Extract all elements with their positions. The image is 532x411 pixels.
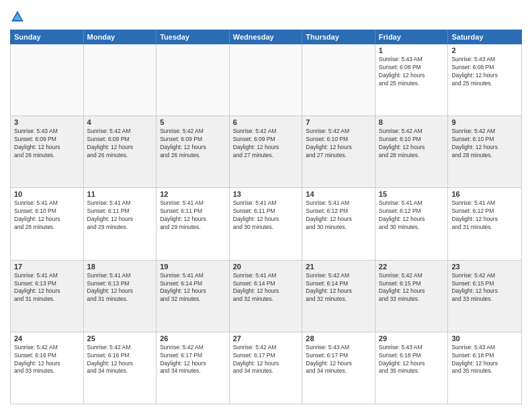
- page: SundayMondayTuesdayWednesdayThursdayFrid…: [0, 0, 532, 411]
- day-number: 5: [160, 118, 226, 126]
- cal-cell: 2Sunrise: 5:43 AM Sunset: 6:08 PM Daylig…: [448, 44, 521, 116]
- cell-info: Sunrise: 5:43 AM Sunset: 6:17 PM Dayligh…: [306, 344, 371, 376]
- header-day-thursday: Thursday: [302, 30, 375, 44]
- day-number: 3: [14, 118, 80, 126]
- cell-info: Sunrise: 5:41 AM Sunset: 6:10 PM Dayligh…: [14, 199, 80, 232]
- cell-info: Sunrise: 5:43 AM Sunset: 6:18 PM Dayligh…: [451, 344, 518, 376]
- cal-cell: 19Sunrise: 5:41 AM Sunset: 6:14 PM Dayli…: [157, 261, 230, 332]
- day-number: 16: [451, 190, 518, 198]
- cell-info: Sunrise: 5:42 AM Sunset: 6:15 PM Dayligh…: [451, 272, 518, 304]
- cal-cell: 22Sunrise: 5:42 AM Sunset: 6:15 PM Dayli…: [375, 261, 449, 332]
- day-number: 27: [233, 334, 299, 342]
- cal-cell: 13Sunrise: 5:41 AM Sunset: 6:11 PM Dayli…: [230, 188, 303, 259]
- cell-info: Sunrise: 5:42 AM Sunset: 6:10 PM Dayligh…: [306, 128, 371, 160]
- cell-info: Sunrise: 5:42 AM Sunset: 6:17 PM Dayligh…: [160, 344, 226, 376]
- day-number: 21: [306, 263, 371, 271]
- logo: [10, 9, 28, 24]
- cell-info: Sunrise: 5:42 AM Sunset: 6:10 PM Dayligh…: [379, 128, 445, 160]
- header-day-wednesday: Wednesday: [230, 30, 303, 44]
- cal-cell: 5Sunrise: 5:42 AM Sunset: 6:09 PM Daylig…: [157, 116, 230, 187]
- day-number: 28: [306, 334, 371, 342]
- cell-info: Sunrise: 5:41 AM Sunset: 6:11 PM Dayligh…: [233, 199, 299, 232]
- header-day-sunday: Sunday: [11, 30, 84, 44]
- day-number: 9: [451, 118, 518, 126]
- cell-info: Sunrise: 5:41 AM Sunset: 6:12 PM Dayligh…: [306, 199, 371, 232]
- cal-cell: 11Sunrise: 5:41 AM Sunset: 6:11 PM Dayli…: [84, 188, 157, 259]
- day-number: 6: [233, 118, 299, 126]
- day-number: 10: [14, 190, 80, 198]
- day-number: 13: [233, 190, 299, 198]
- day-number: 20: [233, 263, 299, 271]
- cal-cell: [84, 44, 157, 116]
- day-number: 18: [87, 263, 153, 271]
- cal-cell: 10Sunrise: 5:41 AM Sunset: 6:10 PM Dayli…: [11, 188, 84, 259]
- week-row-3: 17Sunrise: 5:41 AM Sunset: 6:13 PM Dayli…: [11, 261, 521, 332]
- cal-cell: 17Sunrise: 5:41 AM Sunset: 6:13 PM Dayli…: [11, 261, 84, 332]
- cal-cell: 28Sunrise: 5:43 AM Sunset: 6:17 PM Dayli…: [302, 332, 375, 404]
- cell-info: Sunrise: 5:41 AM Sunset: 6:14 PM Dayligh…: [233, 272, 299, 304]
- day-number: 4: [87, 118, 153, 126]
- cell-info: Sunrise: 5:42 AM Sunset: 6:09 PM Dayligh…: [87, 128, 153, 160]
- cell-info: Sunrise: 5:41 AM Sunset: 6:11 PM Dayligh…: [87, 199, 153, 232]
- cal-cell: 29Sunrise: 5:43 AM Sunset: 6:18 PM Dayli…: [375, 332, 449, 404]
- cal-cell: [230, 44, 303, 116]
- cal-cell: 21Sunrise: 5:42 AM Sunset: 6:14 PM Dayli…: [302, 261, 375, 332]
- cal-cell: 23Sunrise: 5:42 AM Sunset: 6:15 PM Dayli…: [448, 261, 521, 332]
- cal-cell: [11, 44, 84, 116]
- day-number: 22: [379, 263, 445, 271]
- calendar: SundayMondayTuesdayWednesdayThursdayFrid…: [10, 30, 522, 404]
- week-row-4: 24Sunrise: 5:42 AM Sunset: 6:16 PM Dayli…: [11, 332, 521, 404]
- calendar-body: 1Sunrise: 5:43 AM Sunset: 6:08 PM Daylig…: [10, 44, 522, 404]
- cell-info: Sunrise: 5:42 AM Sunset: 6:14 PM Dayligh…: [306, 272, 371, 304]
- cal-cell: 3Sunrise: 5:43 AM Sunset: 6:09 PM Daylig…: [11, 116, 84, 187]
- cell-info: Sunrise: 5:43 AM Sunset: 6:18 PM Dayligh…: [379, 344, 445, 376]
- cal-cell: [302, 44, 375, 116]
- day-number: 8: [379, 118, 445, 126]
- cell-info: Sunrise: 5:42 AM Sunset: 6:15 PM Dayligh…: [379, 272, 445, 304]
- cell-info: Sunrise: 5:42 AM Sunset: 6:09 PM Dayligh…: [160, 128, 226, 160]
- cell-info: Sunrise: 5:42 AM Sunset: 6:16 PM Dayligh…: [14, 344, 80, 376]
- cal-cell: 8Sunrise: 5:42 AM Sunset: 6:10 PM Daylig…: [375, 116, 449, 187]
- day-number: 17: [14, 263, 80, 271]
- day-number: 15: [379, 190, 445, 198]
- cell-info: Sunrise: 5:42 AM Sunset: 6:17 PM Dayligh…: [233, 344, 299, 376]
- day-number: 14: [306, 190, 371, 198]
- day-number: 19: [160, 263, 226, 271]
- cell-info: Sunrise: 5:41 AM Sunset: 6:13 PM Dayligh…: [14, 272, 80, 304]
- day-number: 12: [160, 190, 226, 198]
- week-row-0: 1Sunrise: 5:43 AM Sunset: 6:08 PM Daylig…: [11, 44, 521, 116]
- cell-info: Sunrise: 5:43 AM Sunset: 6:08 PM Dayligh…: [451, 56, 518, 88]
- cell-info: Sunrise: 5:42 AM Sunset: 6:10 PM Dayligh…: [451, 128, 518, 160]
- cal-cell: 16Sunrise: 5:41 AM Sunset: 6:12 PM Dayli…: [448, 188, 521, 259]
- cal-cell: 27Sunrise: 5:42 AM Sunset: 6:17 PM Dayli…: [230, 332, 303, 404]
- cell-info: Sunrise: 5:42 AM Sunset: 6:16 PM Dayligh…: [87, 344, 153, 376]
- cell-info: Sunrise: 5:41 AM Sunset: 6:11 PM Dayligh…: [160, 199, 226, 232]
- header-day-monday: Monday: [84, 30, 157, 44]
- cell-info: Sunrise: 5:41 AM Sunset: 6:14 PM Dayligh…: [160, 272, 226, 304]
- day-number: 1: [379, 46, 445, 54]
- logo-icon: [10, 9, 25, 24]
- cal-cell: [157, 44, 230, 116]
- cal-cell: 18Sunrise: 5:41 AM Sunset: 6:13 PM Dayli…: [84, 261, 157, 332]
- cal-cell: 20Sunrise: 5:41 AM Sunset: 6:14 PM Dayli…: [230, 261, 303, 332]
- cell-info: Sunrise: 5:41 AM Sunset: 6:12 PM Dayligh…: [451, 199, 518, 232]
- cal-cell: 9Sunrise: 5:42 AM Sunset: 6:10 PM Daylig…: [448, 116, 521, 187]
- week-row-1: 3Sunrise: 5:43 AM Sunset: 6:09 PM Daylig…: [11, 116, 521, 188]
- cell-info: Sunrise: 5:43 AM Sunset: 6:09 PM Dayligh…: [14, 128, 80, 160]
- header-day-tuesday: Tuesday: [157, 30, 230, 44]
- cal-cell: 7Sunrise: 5:42 AM Sunset: 6:10 PM Daylig…: [302, 116, 375, 187]
- day-number: 25: [87, 334, 153, 342]
- calendar-header: SundayMondayTuesdayWednesdayThursdayFrid…: [10, 30, 522, 44]
- cal-cell: 30Sunrise: 5:43 AM Sunset: 6:18 PM Dayli…: [448, 332, 521, 404]
- cell-info: Sunrise: 5:41 AM Sunset: 6:12 PM Dayligh…: [379, 199, 445, 232]
- cal-cell: 1Sunrise: 5:43 AM Sunset: 6:08 PM Daylig…: [375, 44, 449, 116]
- day-number: 2: [451, 46, 518, 54]
- cal-cell: 26Sunrise: 5:42 AM Sunset: 6:17 PM Dayli…: [157, 332, 230, 404]
- header: [10, 7, 522, 24]
- day-number: 7: [306, 118, 371, 126]
- week-row-2: 10Sunrise: 5:41 AM Sunset: 6:10 PM Dayli…: [11, 188, 521, 260]
- cal-cell: 24Sunrise: 5:42 AM Sunset: 6:16 PM Dayli…: [11, 332, 84, 404]
- cal-cell: 4Sunrise: 5:42 AM Sunset: 6:09 PM Daylig…: [84, 116, 157, 187]
- day-number: 26: [160, 334, 226, 342]
- cell-info: Sunrise: 5:43 AM Sunset: 6:08 PM Dayligh…: [379, 56, 445, 88]
